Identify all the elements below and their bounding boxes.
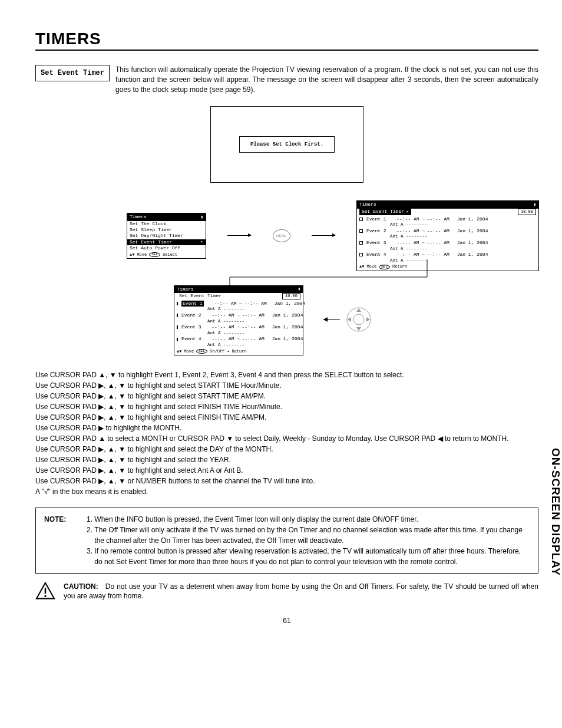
caution-row: CAUTION: Do not use your TV as a deterre… — [35, 582, 538, 602]
menu-item: Set The Clock — [127, 221, 206, 227]
note-item: When the INFO button is pressed, the Eve… — [94, 514, 528, 525]
section-label: Set Event Timer — [35, 65, 110, 81]
intro-text: This function will automatically operate… — [115, 65, 538, 94]
instruction-line: Use CURSOR PAD ▶, ▲, ▼ to highlight and … — [35, 412, 538, 423]
instruction-line: Use CURSOR PAD ▶, ▲, ▼ to highlight and … — [35, 401, 538, 412]
svg-marker-10 — [356, 327, 361, 331]
menu-button: MENU — [273, 229, 290, 242]
menu-item-highlighted: Set Event Timer — [130, 239, 172, 245]
page-number: 61 — [35, 617, 538, 625]
svg-point-8 — [353, 314, 364, 325]
events-menu-title: Timers — [177, 286, 194, 292]
timers-menu: Timers▮ Set The Clock Set Sleep Timer Se… — [127, 213, 206, 258]
cursor-pad-icon — [323, 302, 394, 337]
connector-lines — [91, 0, 504, 118]
events-subtitle: Set Event Timer — [177, 293, 222, 299]
side-tab: ON-SCREEN DISPLAY — [549, 448, 562, 576]
svg-point-16 — [44, 595, 46, 597]
clock-first-screen: Please Set Clock First. — [210, 106, 363, 183]
instruction-line: Use CURSOR PAD ▶, ▲, ▼ to highlight and … — [35, 391, 538, 401]
warning-icon — [35, 582, 55, 599]
clock-first-message: Please Set Clock First. — [239, 136, 335, 153]
timers-menu-title: Timers — [130, 214, 147, 220]
clock-value: 10:00 — [518, 209, 536, 215]
events-menu-title: Timers — [359, 202, 376, 207]
svg-marker-9 — [356, 308, 361, 312]
instruction-line: Use CURSOR PAD ▶ to highlight the MONTH. — [35, 423, 538, 433]
caution-text: Do not use your TV as a deterrent when a… — [64, 582, 538, 601]
instruction-line: Use CURSOR PAD ▶, ▲, ▼ to highlight and … — [35, 465, 538, 476]
menu-footer: ▲▼Move SELReturn — [357, 263, 538, 270]
events-menu-bottom: Timers▮ Set Event Timer 10:00 Event 1 --… — [174, 285, 303, 355]
svg-marker-11 — [348, 317, 351, 322]
note-label: NOTE: — [44, 514, 80, 525]
menu-item: Set Auto Power Off — [127, 245, 206, 251]
instruction-line: Use CURSOR PAD ▶, ▲, ▼ to highlight and … — [35, 444, 538, 454]
caution-label: CAUTION: — [64, 582, 98, 591]
menu-footer: ▲▼Move SELSelect — [127, 252, 206, 258]
arrow-right-icon — [227, 235, 251, 236]
menus-row: Timers▮ Set The Clock Set Sleep Timer Se… — [127, 200, 539, 271]
clock-value: 10:00 — [282, 293, 300, 299]
instruction-line: A "√" in the box means it is enabled. — [35, 486, 538, 497]
instruction-line: Use CURSOR PAD ▶, ▲, ▼ or NUMBER buttons… — [35, 476, 538, 486]
instruction-line: Use CURSOR PAD ▲, ▼ to highlight Event 1… — [35, 370, 538, 380]
note-item: The Off Timer will only activate if the … — [94, 525, 528, 546]
instruction-line: Use CURSOR PAD ▶, ▲, ▼ to highlight and … — [35, 380, 538, 391]
instruction-line: Use CURSOR PAD ▶, ▲, ▼ to highlight and … — [35, 454, 538, 465]
arrow-right-icon — [312, 235, 335, 236]
menu-footer: ▲▼Move SELOn/Off ◂Return — [174, 348, 303, 355]
page-title: TIMERS — [35, 29, 538, 51]
instructions-list: Use CURSOR PAD ▲, ▼ to highlight Event 1… — [35, 370, 538, 497]
note-item: If no remote control button is pressed a… — [94, 546, 528, 567]
events-menu-top: Timers▮ Set Event Timer▸ 10:00 Event 1 -… — [356, 200, 539, 271]
svg-marker-6 — [323, 317, 328, 322]
menu-item: Set Sleep Timer — [127, 227, 206, 233]
note-box: NOTE: When the INFO button is pressed, t… — [35, 508, 538, 574]
svg-marker-12 — [366, 317, 370, 322]
events-subtitle: Set Event Timer — [362, 209, 404, 215]
instruction-line: Use CURSOR PAD ▲ to select a MONTH or CU… — [35, 433, 538, 444]
menu-item: Set Day/Night Timer — [127, 233, 206, 239]
